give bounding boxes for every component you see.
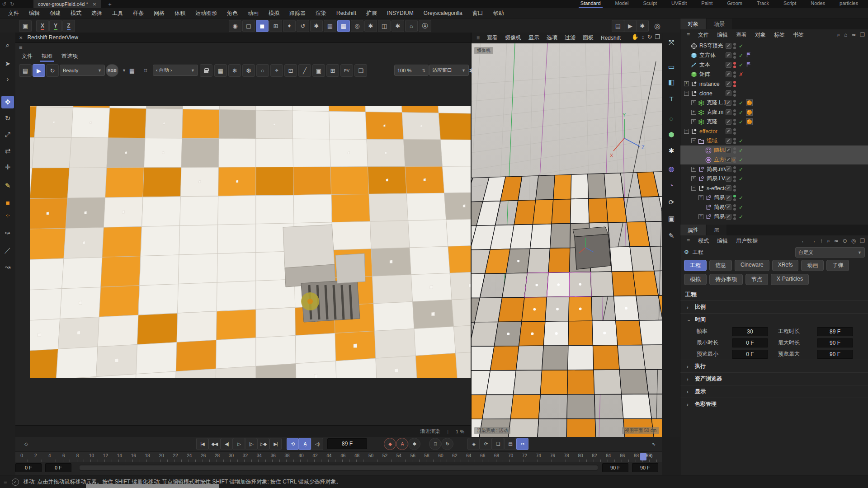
layout-tab-sculpt[interactable]: Sculpt	[637, 0, 663, 8]
swatch-dots-icon[interactable]: ⁘	[1, 210, 14, 222]
visibility-dots[interactable]	[733, 43, 736, 49]
edit-toggle[interactable]	[726, 52, 731, 58]
snapshot-image-icon[interactable]: ▣	[312, 64, 325, 77]
back-icon[interactable]: ←	[801, 238, 807, 244]
keyframe-mouse-button[interactable]: ⌸	[429, 438, 441, 450]
play-button[interactable]: ▷	[233, 438, 245, 450]
visibility-dots[interactable]	[733, 185, 736, 192]
fcurve-icon[interactable]: ∿	[647, 438, 660, 450]
rotate-view-icon[interactable]: ⟳	[665, 196, 678, 209]
chip-模拟[interactable]: 模拟	[684, 274, 707, 285]
fit-image-icon[interactable]: ⊡	[284, 64, 297, 77]
renderview-menu-item[interactable]: 首选项	[58, 52, 81, 61]
attr-tab-属性[interactable]: 属性	[680, 225, 706, 235]
visibility-dot[interactable]	[733, 84, 736, 87]
pv-icon[interactable]: PV	[340, 64, 353, 77]
filter-icon[interactable]: ≂	[851, 32, 856, 38]
keyframe-rotate-button[interactable]: ↻	[441, 438, 453, 450]
visibility-dots[interactable]	[733, 128, 736, 135]
new-tab-icon[interactable]: ＋	[107, 0, 113, 8]
renderview-menu-item[interactable]: 文件	[18, 52, 36, 61]
grid-overlay-icon[interactable]: ▦	[214, 64, 227, 77]
scale-tool-icon[interactable]: ⤢	[1, 128, 14, 141]
workplane-icon[interactable]: ▣	[19, 20, 32, 32]
object-row[interactable]: −clone	[680, 89, 868, 98]
layout-tab-nodes[interactable]: Nodes	[804, 0, 831, 8]
next-key-button[interactable]: ▷◆	[257, 438, 269, 450]
render-settings-icon[interactable]: ✱	[636, 20, 649, 32]
object-row[interactable]: −组域✓	[680, 136, 868, 145]
renderview-menu-item[interactable]: 视图	[38, 52, 56, 61]
rectangle-tool-icon[interactable]: ▭	[665, 61, 678, 73]
cube-primitive-icon[interactable]: ◧	[665, 76, 678, 89]
range-field[interactable]: 0 F	[15, 463, 42, 472]
key-diamond-icon[interactable]: ◇	[20, 438, 32, 450]
mixer-icon[interactable]: ◫	[378, 20, 391, 32]
popout-icon[interactable]: ❐	[860, 238, 865, 244]
object-row[interactable]: +简易.LV.1✓	[680, 174, 868, 183]
chip-节点[interactable]: 节点	[745, 274, 768, 285]
object-row[interactable]: +instance	[680, 79, 868, 89]
attr-burger-icon[interactable]: ≡	[683, 237, 693, 244]
orbit-icon[interactable]: ↻	[647, 33, 652, 40]
menu-item[interactable]: 帮助	[489, 9, 509, 18]
visibility-dot[interactable]	[733, 128, 736, 131]
object-row[interactable]: 立方体域✓	[680, 155, 868, 164]
object-name[interactable]: 克隆	[707, 118, 717, 126]
enable-toggle[interactable]: ✓	[738, 62, 744, 68]
collapse-icon[interactable]: −	[684, 91, 689, 96]
restart-render-icon[interactable]: ↻	[46, 64, 59, 77]
om-tab-场景[interactable]: 场景	[707, 19, 732, 29]
enable-toggle[interactable]: ✓	[738, 52, 744, 59]
edit-toggle[interactable]	[726, 71, 731, 77]
enable-toggle[interactable]: ✓	[738, 100, 744, 106]
viewport-menu-item[interactable]: 面板	[580, 33, 597, 42]
chip-动画[interactable]: 动画	[801, 260, 824, 271]
axis-gear-icon[interactable]: ✱	[310, 20, 323, 32]
visibility-dot[interactable]	[733, 217, 736, 220]
menu-item[interactable]: 动画	[243, 9, 263, 18]
viewport-menu-item[interactable]: 过滤	[561, 33, 579, 42]
expand-icon[interactable]: +	[691, 119, 696, 124]
chip-子弹[interactable]: 子弹	[826, 260, 849, 271]
snapshot-freeze-icon[interactable]: ❄	[228, 64, 241, 77]
undo-icon[interactable]: ↺	[0, 0, 8, 8]
model-mode-icon[interactable]: ◼	[256, 20, 269, 32]
close-icon[interactable]: ✕	[19, 35, 23, 40]
object-row[interactable]: 立方体✓	[680, 51, 868, 60]
visibility-dots[interactable]	[733, 62, 736, 68]
copy-doc-icon[interactable]: ❏	[354, 64, 367, 77]
object-name[interactable]: 矩阵	[699, 70, 710, 78]
section-色彩管理[interactable]: ›色彩管理	[680, 398, 868, 410]
om-burger-icon[interactable]: ≡	[683, 31, 693, 38]
section-资产浏览器[interactable]: ›资产浏览器	[680, 372, 868, 385]
menu-item[interactable]: 运动图形	[191, 9, 222, 18]
current-frame-field[interactable]: 89 F	[327, 438, 367, 449]
object-name[interactable]: instance	[699, 81, 720, 87]
viewport-menu-item[interactable]: 显示	[525, 33, 542, 42]
visibility-dot[interactable]	[733, 119, 736, 122]
visibility-dots[interactable]	[733, 109, 736, 116]
object-name[interactable]: RS穹顶光	[699, 42, 723, 50]
material-orange-icon[interactable]: ■	[1, 196, 14, 209]
perspective-viewport[interactable]: ≡查看摄像机显示选项过滤面板Redshift ✋↕↻❐ YZX 摄像机 渲染完成…	[472, 33, 662, 437]
settings-icon[interactable]: ✱	[392, 20, 404, 32]
visibility-dot[interactable]	[733, 75, 736, 78]
select-cursor-icon[interactable]: ➤	[1, 57, 14, 70]
visibility-dots[interactable]	[733, 176, 736, 182]
visibility-dot[interactable]	[733, 113, 736, 116]
edit-toggle[interactable]	[726, 176, 731, 182]
axis-y-button[interactable]: Y	[49, 20, 62, 32]
visibility-dots[interactable]	[733, 214, 736, 220]
fit-window-dropdown[interactable]: 适应窗口▼	[429, 65, 469, 76]
snap-grid-icon[interactable]: ▦	[324, 20, 336, 32]
phong-tag-icon[interactable]	[746, 52, 752, 59]
menu-item[interactable]: INSYDIUM	[382, 9, 418, 17]
axis-lock-icon[interactable]: Ⓐ	[419, 20, 431, 32]
render-image[interactable]	[30, 106, 471, 378]
object-row[interactable]: 简易V1✓	[680, 202, 868, 212]
lock-icon[interactable]: ⊙	[843, 238, 847, 244]
coords-gizmo-icon[interactable]: ⤧	[665, 36, 678, 49]
loop-selection-icon[interactable]: ↺	[297, 20, 309, 32]
edit-toggle[interactable]	[726, 119, 731, 125]
